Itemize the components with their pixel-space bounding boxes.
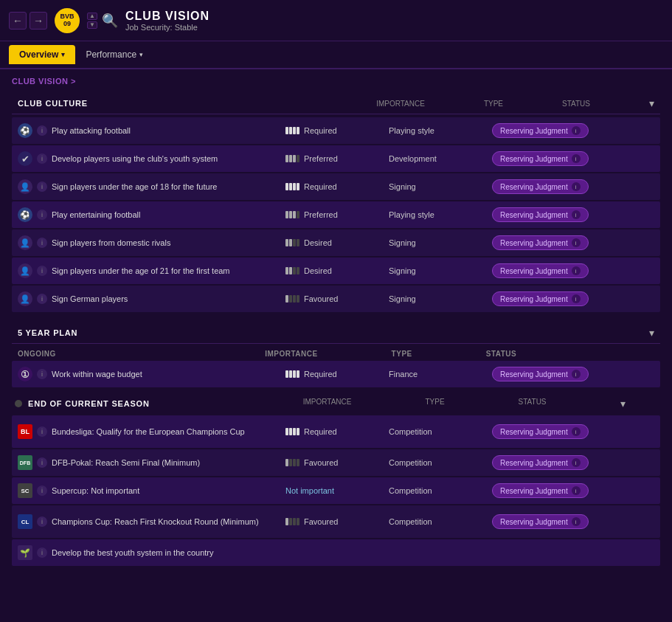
logo-up-arrow[interactable]: ▲ bbox=[87, 13, 97, 20]
info-icon[interactable]: i bbox=[37, 294, 47, 304]
eocs-type-label: TYPE bbox=[425, 398, 444, 410]
status-badge[interactable]: Reserving Judgment i bbox=[492, 367, 589, 381]
col-status-label: STATUS bbox=[562, 100, 590, 108]
section-club-culture-title: CLUB CULTURE bbox=[18, 99, 88, 108]
table-row: 👤 i Sign German players Favoured Signing… bbox=[12, 286, 660, 312]
table-row: ✔ i Develop players using the club's you… bbox=[12, 145, 660, 172]
importance-cell: Favoured bbox=[285, 294, 389, 303]
eocs-status-label: STATUS bbox=[519, 398, 547, 410]
forward-button[interactable]: → bbox=[30, 12, 47, 30]
imp-bar bbox=[293, 127, 296, 134]
breadcrumb[interactable]: CLUB VISION > bbox=[12, 77, 660, 86]
status-info-icon[interactable]: i bbox=[572, 210, 581, 219]
ongoing-imp-label: IMPORTANCE bbox=[265, 350, 317, 358]
status-info-icon[interactable]: i bbox=[572, 517, 581, 526]
info-icon[interactable]: i bbox=[37, 516, 47, 527]
ongoing-status-label: STATUS bbox=[486, 350, 517, 358]
status-info-icon[interactable]: i bbox=[572, 238, 581, 247]
imp-bar bbox=[293, 428, 296, 435]
status-cell: Reserving Judgment i bbox=[492, 514, 640, 529]
row-icon-special: ① bbox=[18, 367, 32, 381]
status-info-icon[interactable]: i bbox=[572, 458, 581, 467]
row-icon-person: 👤 bbox=[18, 291, 32, 306]
tab-performance[interactable]: Performance ▾ bbox=[75, 45, 153, 64]
eocs-header: END OF CURRENT SEASON IMPORTANCE TYPE ST… bbox=[12, 395, 660, 412]
info-icon[interactable]: i bbox=[37, 457, 47, 468]
imp-bar bbox=[285, 127, 288, 134]
info-icon[interactable]: i bbox=[37, 266, 47, 276]
status-badge[interactable]: Reserving Judgment i bbox=[492, 207, 589, 222]
status-info-icon[interactable]: i bbox=[572, 486, 581, 495]
row-icon-person: 👤 bbox=[18, 235, 32, 250]
info-icon[interactable]: i bbox=[37, 238, 47, 248]
search-button[interactable]: 🔍 bbox=[102, 13, 118, 29]
row-label: BL i Bundesliga: Qualify for the Europea… bbox=[18, 424, 285, 439]
section-club-culture: CLUB CULTURE IMPORTANCE TYPE STATUS ▾ ⚽ … bbox=[12, 93, 660, 312]
logo-down-arrow[interactable]: ▼ bbox=[87, 21, 97, 29]
info-icon[interactable]: i bbox=[37, 153, 47, 164]
row-label: SC i Supercup: Not important bbox=[18, 483, 285, 498]
importance-text: Favoured bbox=[304, 517, 338, 526]
row-label: 👤 i Sign German players bbox=[18, 291, 285, 306]
table-row: 🌱 i Develop the best youth system in the… bbox=[12, 539, 660, 566]
imp-bar bbox=[285, 239, 288, 246]
status-info-icon[interactable]: i bbox=[572, 126, 581, 135]
status-badge[interactable]: Reserving Judgment i bbox=[492, 424, 589, 439]
back-button[interactable]: ← bbox=[9, 12, 27, 30]
status-cell: Reserving Judgment i bbox=[492, 483, 640, 498]
status-info-icon[interactable]: i bbox=[572, 266, 581, 275]
status-badge[interactable]: Reserving Judgment i bbox=[492, 151, 589, 166]
importance-text: Required bbox=[304, 427, 337, 436]
status-badge[interactable]: Reserving Judgment i bbox=[492, 179, 589, 194]
status-info-icon[interactable]: i bbox=[572, 370, 581, 379]
imp-bar bbox=[285, 295, 288, 303]
status-cell: Reserving Judgment i bbox=[492, 291, 640, 306]
status-badge[interactable]: Reserving Judgment i bbox=[492, 263, 589, 278]
imp-bar bbox=[293, 155, 296, 162]
type-cell: Signing bbox=[389, 238, 492, 247]
eocs-dot bbox=[15, 400, 22, 407]
info-icon[interactable]: i bbox=[37, 426, 47, 437]
importance-text: Desired bbox=[304, 238, 332, 247]
tab-performance-label: Performance bbox=[86, 49, 136, 60]
row-text: Sign players under the age of 18 for the… bbox=[52, 182, 217, 191]
imp-bar bbox=[289, 295, 292, 303]
club-logo: BVB09 bbox=[53, 7, 81, 35]
tab-overview[interactable]: Overview ▾ bbox=[9, 45, 75, 64]
status-info-icon[interactable]: i bbox=[572, 154, 581, 163]
status-cell: Reserving Judgment i bbox=[492, 179, 640, 194]
type-cell: Competition bbox=[389, 517, 492, 526]
eocs-toggle[interactable]: ▾ bbox=[620, 398, 626, 410]
row-text: Work within wage budget bbox=[52, 370, 142, 379]
status-cell: Reserving Judgment i bbox=[492, 207, 640, 222]
info-icon[interactable]: i bbox=[37, 485, 47, 496]
info-icon[interactable]: i bbox=[37, 547, 47, 558]
row-text: Champions Cup: Reach First Knockout Roun… bbox=[52, 517, 259, 526]
importance-bars bbox=[285, 518, 299, 525]
type-cell: Competition bbox=[389, 458, 492, 467]
info-icon[interactable]: i bbox=[37, 125, 47, 136]
imp-bar bbox=[289, 370, 292, 378]
status-info-icon[interactable]: i bbox=[572, 182, 581, 191]
type-cell: Competition bbox=[389, 486, 492, 495]
imp-bar bbox=[289, 183, 292, 190]
section-five-year-toggle[interactable]: ▾ bbox=[649, 327, 654, 339]
col-importance-label: IMPORTANCE bbox=[376, 100, 425, 108]
importance-text: Required bbox=[304, 370, 337, 379]
status-badge[interactable]: Reserving Judgment i bbox=[492, 514, 589, 529]
status-badge[interactable]: Reserving Judgment i bbox=[492, 455, 589, 470]
status-badge[interactable]: Reserving Judgment i bbox=[492, 483, 589, 498]
section-club-culture-toggle[interactable]: ▾ bbox=[649, 97, 654, 109]
info-icon[interactable]: i bbox=[37, 182, 47, 192]
row-label: CL i Champions Cup: Reach First Knockout… bbox=[18, 514, 285, 529]
status-badge[interactable]: Reserving Judgment i bbox=[492, 235, 589, 250]
status-badge[interactable]: Reserving Judgment i bbox=[492, 123, 589, 138]
importance-bars bbox=[285, 211, 299, 218]
bundesliga-icon: BL bbox=[18, 424, 32, 439]
info-icon[interactable]: i bbox=[37, 369, 47, 379]
imp-bar bbox=[289, 459, 292, 466]
info-icon[interactable]: i bbox=[37, 210, 47, 220]
status-info-icon[interactable]: i bbox=[572, 294, 581, 303]
status-info-icon[interactable]: i bbox=[572, 427, 581, 436]
status-badge[interactable]: Reserving Judgment i bbox=[492, 291, 589, 306]
